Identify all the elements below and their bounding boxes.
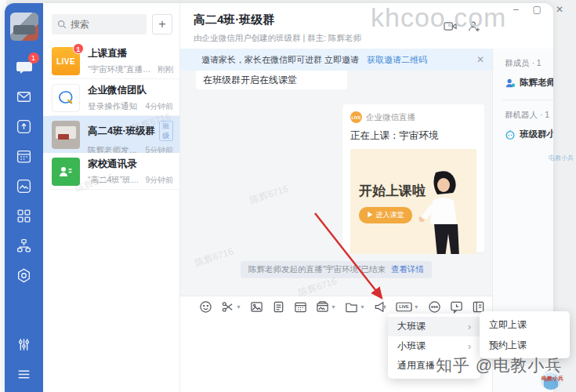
invite-qr-link[interactable]: 获取邀请二维码: [367, 54, 427, 66]
chevron-down-icon: ▼: [360, 304, 365, 310]
menu-nav[interactable]: [13, 362, 36, 386]
chat-time: 9分钟前: [145, 175, 173, 186]
teacher-illustration: [412, 171, 473, 254]
chat-item-wecom-team[interactable]: 企业微信团队 登录操作通知 4分钟前: [43, 79, 179, 116]
chat-title: 上课直播: [88, 47, 127, 60]
gallery-nav[interactable]: [13, 174, 36, 198]
submenu-arrow-icon: ›: [468, 321, 471, 332]
chat-subtitle: “宇宙环境”直播回放...: [88, 64, 154, 75]
chat-item-contacts[interactable]: 家校通讯录 “高二4班”班级群已... 9分钟前: [43, 153, 179, 190]
submenu-arrow-icon: ›: [468, 341, 471, 352]
banner-close-icon[interactable]: ✕: [476, 54, 484, 65]
chat-title: 家校通讯录: [88, 158, 137, 171]
enter-class-button[interactable]: ▶ 进入课堂: [359, 207, 412, 223]
search-icon: [57, 20, 67, 29]
menu-label: 小班课: [397, 339, 426, 353]
live-class-button[interactable]: LIVE ▼: [396, 301, 419, 313]
search-box[interactable]: [52, 14, 147, 34]
chat-time: 刚刚: [158, 64, 173, 75]
live-icon: LIVE 1: [52, 47, 80, 75]
live-class-submenu: 立即上课 预约上课: [480, 311, 570, 358]
video-call-icon[interactable]: [444, 20, 457, 32]
menu-item-big-class[interactable]: 大班课 ›: [388, 317, 480, 336]
add-chat-button[interactable]: +: [152, 14, 172, 34]
mail-nav[interactable]: [13, 85, 36, 108]
chat-item-class-group[interactable]: 高二4班·班级群 班级 陈辉老师发起的直 ... 5分钟前: [43, 116, 179, 153]
unread-badge: 1: [73, 43, 84, 54]
live-status: 正在上课：宇宙环境: [350, 129, 476, 143]
more-dots-icon: [428, 300, 441, 314]
live-icon-label: LIVE: [56, 57, 75, 66]
member-row[interactable]: 陈辉老师·: [505, 77, 553, 89]
chat-history-button[interactable]: [450, 300, 463, 314]
user-avatar[interactable]: [10, 13, 38, 41]
menu-label: 通用直播: [397, 359, 435, 372]
members-header: 群成员 · 1: [505, 58, 553, 69]
submenu-item-start-now[interactable]: 立即上课: [480, 314, 570, 335]
file-icon: [272, 300, 285, 314]
file-button[interactable]: [272, 300, 285, 314]
invite-banner: 邀请家长，家长在微信即可进群 立即邀请 获取邀请二维码 ✕: [180, 49, 492, 71]
group-subtitle: 由企业微信用户创建的班级群 | 群主: 陈辉老师: [194, 33, 492, 44]
chat-time: 5分钟前: [145, 145, 173, 153]
calendar-nav[interactable]: [13, 144, 36, 168]
chat-list: + LIVE 1 上课直播 “宇宙环境”直播回放... 刚刚: [43, 3, 180, 392]
announce-button[interactable]: [374, 300, 387, 314]
hexagon-app-icon: [16, 267, 32, 284]
folder-button[interactable]: ▼: [345, 300, 365, 314]
workbench-nav[interactable]: [13, 204, 36, 227]
nav-rail: 1: [5, 3, 43, 392]
search-input[interactable]: [71, 19, 133, 30]
chevron-down-icon: ▼: [414, 304, 419, 310]
chat-title: 企业微信团队: [88, 84, 147, 97]
class-photo-icon: [52, 121, 80, 149]
wecom-icon: [52, 84, 80, 112]
robot-row[interactable]: 班级群小助手: [505, 129, 553, 140]
docs-nav[interactable]: [13, 114, 36, 138]
live-cover-image: 开始上课啦 ▶ 进入课堂: [350, 149, 476, 254]
chat-subtitle: 陈辉老师发起的直 ...: [88, 145, 141, 153]
chat-time: 4分钟前: [145, 101, 173, 112]
menu-label: 预约上课: [489, 339, 527, 352]
wecom-bubble-icon: [56, 89, 75, 107]
history-icon: [450, 300, 463, 314]
message-area[interactable]: 在班级群开启在线课堂 LIVE 企业微信直播 正在上课：宇宙环境 开始上课啦 ▶…: [180, 71, 492, 296]
settings-nav[interactable]: [13, 332, 36, 356]
gallery-icon: [16, 178, 32, 194]
album-button[interactable]: ▼: [316, 300, 336, 314]
more-tools-button[interactable]: [428, 300, 441, 314]
folder-icon: [345, 300, 358, 314]
chat-item-live[interactable]: LIVE 1 上课直播 “宇宙环境”直播回放... 刚刚: [43, 42, 179, 79]
emoji-button[interactable]: [199, 300, 212, 314]
robot-avatar-icon: [505, 129, 516, 140]
add-member-icon[interactable]: [468, 20, 481, 32]
chat-subtitle: “高二4班”班级群已...: [88, 175, 141, 186]
menu-item-small-class[interactable]: 小班课 ›: [388, 336, 480, 356]
image-button[interactable]: [250, 300, 263, 314]
live-class-menu: 大班课 › 小班课 › 通用直播: [388, 314, 480, 379]
svg-text:LIVE: LIVE: [399, 305, 409, 310]
person-list-icon: [57, 163, 74, 180]
messages-nav[interactable]: 1: [13, 55, 36, 78]
live-message-card[interactable]: LIVE 企业微信直播 正在上课：宇宙环境 开始上课啦 ▶ 进入课堂: [342, 104, 484, 252]
menu-label: 大班课: [397, 320, 426, 333]
menu-label: 立即上课: [489, 318, 527, 332]
minimize-button[interactable]: –: [513, 3, 519, 16]
album-icon: [316, 300, 329, 314]
maximize-button[interactable]: ▢: [533, 3, 542, 16]
calendar-button[interactable]: [294, 300, 307, 314]
close-button[interactable]: ✕: [556, 3, 563, 16]
screenshot-button[interactable]: ▼: [221, 300, 241, 314]
message-card-partial[interactable]: 在班级群开启在线课堂: [196, 71, 347, 89]
apps-nav[interactable]: [13, 263, 36, 287]
live-badge-icon: LIVE: [350, 111, 362, 123]
contacts-nav[interactable]: [13, 234, 36, 257]
system-message: 陈辉老师发起的直播“宇宙环境”已结束 查看详情: [241, 261, 432, 278]
view-details-link[interactable]: 查看详情: [391, 264, 424, 274]
scissors-icon: [221, 300, 234, 314]
live-tool-icon: LIVE: [396, 301, 412, 313]
smiley-icon: [199, 300, 212, 314]
org-chart-icon: [16, 238, 32, 254]
menu-item-general-live[interactable]: 通用直播: [388, 356, 480, 376]
submenu-item-schedule[interactable]: 预约上课: [480, 335, 570, 355]
